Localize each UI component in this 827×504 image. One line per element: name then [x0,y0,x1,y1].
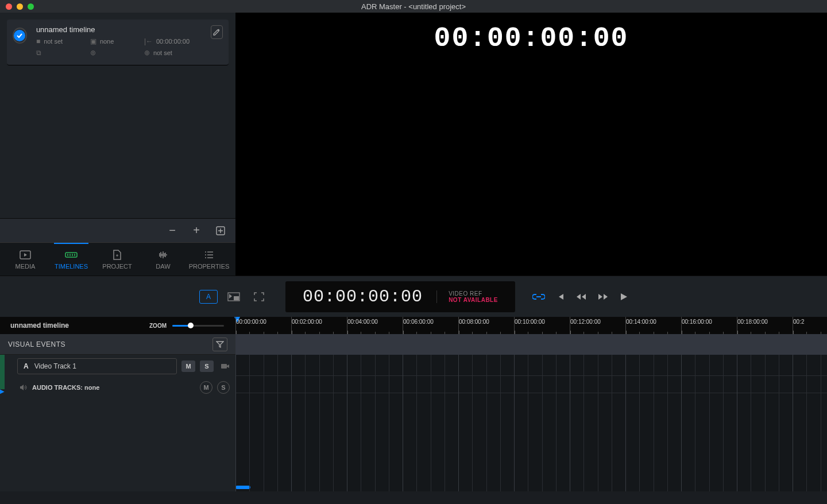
timecode-display: 00:00:00:00 VIDEO REF NOT AVAILABLE [285,281,515,312]
transport-timecode: 00:00:00:00 [303,287,423,307]
audio-mute-button[interactable]: M [200,381,212,394]
timeline-card[interactable]: unnamed timeline ■not set ▣none |←00:00:… [7,20,229,65]
media-icon [20,249,31,261]
daw-icon [157,249,169,261]
pip-icon [227,292,240,301]
ruler-tick: 00:18:00:00 [737,317,768,334]
ruler-tick: 00:06:00:00 [403,317,434,334]
left-panel: unnamed timeline ■not set ▣none |←00:00:… [0,13,235,276]
window-minimize-button[interactable] [17,3,23,10]
play-button[interactable] [620,293,628,301]
goto-start-icon [557,293,565,301]
speaker-icon [20,384,28,391]
copy-icon: ⧉ [36,49,41,57]
timeline-name: unnamed timeline [36,25,202,34]
edit-timeline-button[interactable] [211,25,223,39]
view-pip-button[interactable] [225,290,243,304]
ruler-tick: 00:04:00:00 [347,317,378,334]
meta-globe: ⊕not set [144,49,202,57]
ruler-tick: 00:00:00:00 [235,317,266,334]
zoom-slider[interactable] [172,325,224,327]
tab-timelines[interactable]: TIMELINES [48,243,94,276]
titlebar: ADR Master - <untitled project> [0,0,827,13]
link-button[interactable] [532,293,545,301]
video-solo-button[interactable]: S [200,360,214,372]
meta-copy: ⧉ [36,49,88,57]
ruler-tick: 00:12:00:00 [570,317,601,334]
ruler-tick: 00:14:00:00 [625,317,656,334]
video-preview: 00:00:00:00 [235,13,827,276]
timeline-active-indicator[interactable] [13,28,27,44]
filter-button[interactable] [212,338,227,351]
tab-project[interactable]: PROJECT [94,243,140,276]
video-track-name: Video Track 1 [34,362,76,370]
video-timecode: 00:00:00:00 [434,23,629,54]
tabs-bar: MEDIA TIMELINES PROJECT DAW PROPERTIES [0,242,235,276]
globe-icon: ⊕ [144,49,150,57]
scroll-handle[interactable] [235,486,250,489]
track-play-marker: ▶ [0,388,5,394]
svg-rect-4 [234,296,239,300]
track-content[interactable] [235,355,827,491]
zoom-thumb[interactable] [188,323,194,328]
meta-video: ■not set [36,37,88,45]
timeline-header-name: unnamed timeline [0,321,149,329]
image-icon: ▣ [90,37,96,45]
reel-icon: ⊛ [90,49,96,57]
tab-daw[interactable]: DAW [140,243,186,276]
filter-icon [216,341,224,348]
window-zoom-button[interactable] [28,3,34,10]
check-icon [16,32,23,39]
pencil-icon [212,28,221,36]
track-headers: ▶ A Video Track 1 M S AUDIO TRACKS: none… [0,355,235,491]
rewind-icon [576,293,586,301]
video-mute-button[interactable]: M [181,360,195,372]
fastforward-icon [598,293,608,301]
visual-events-label: VISUAL EVENTS [8,340,65,348]
audio-solo-button[interactable]: S [217,381,230,394]
window-title: ADR Master - <untitled project> [361,2,466,11]
zoom-control[interactable]: ZOOM [149,323,235,329]
view-fullscreen-button[interactable] [250,290,268,304]
video-ref-label: VIDEO REF [449,290,498,297]
ruler-tick: 00:16:00:00 [681,317,712,334]
panel-toolbar: − + [0,218,235,242]
track-letter: A [24,362,29,370]
goto-start-button[interactable] [557,293,565,301]
meta-picture: ▣none [90,37,142,45]
add-button[interactable]: + [185,222,208,240]
tab-media[interactable]: MEDIA [2,243,48,276]
visual-events-track[interactable] [235,334,827,355]
audio-tracks-label: AUDIO TRACKS: none [32,384,195,391]
timeline-header: unnamed timeline ZOOM 00:00:00:0000:02:0… [0,317,827,334]
fullscreen-icon [254,292,264,301]
add-box-icon [215,226,226,236]
meta-timecode: |←00:00:00:00 [144,37,202,45]
rewind-button[interactable] [576,293,586,301]
meta-reel: ⊛ [90,49,142,57]
ruler[interactable]: 00:00:00:0000:02:00:0000:04:00:0000:06:0… [235,317,827,334]
svg-rect-5 [221,364,227,369]
remove-button[interactable]: − [161,222,184,240]
project-icon [113,249,122,261]
view-a-button[interactable]: A [199,290,218,304]
properties-icon [204,249,214,261]
transport-bar: A 00:00:00:00 VIDEO REF NOT AVAILABLE [0,276,827,317]
window-close-button[interactable] [6,3,12,10]
video-track-row[interactable]: A Video Track 1 [17,358,177,374]
track-active-strip [0,355,5,389]
new-timeline-button[interactable] [209,222,232,240]
fastforward-button[interactable] [598,293,608,301]
play-icon [620,293,628,301]
svg-rect-2 [65,253,77,257]
video-ref-status: NOT AVAILABLE [449,297,498,303]
ruler-tick: 00:08:00:00 [458,317,489,334]
tab-properties[interactable]: PROPERTIES [186,243,232,276]
camera-icon [221,363,230,370]
ruler-tick: 00:2 [793,317,804,334]
ruler-tick: 00:02:00:00 [291,317,322,334]
link-icon [532,293,545,301]
visual-events-header: VISUAL EVENTS [0,334,235,355]
timelines-icon [65,249,78,261]
camera-icon: ■ [36,37,40,45]
